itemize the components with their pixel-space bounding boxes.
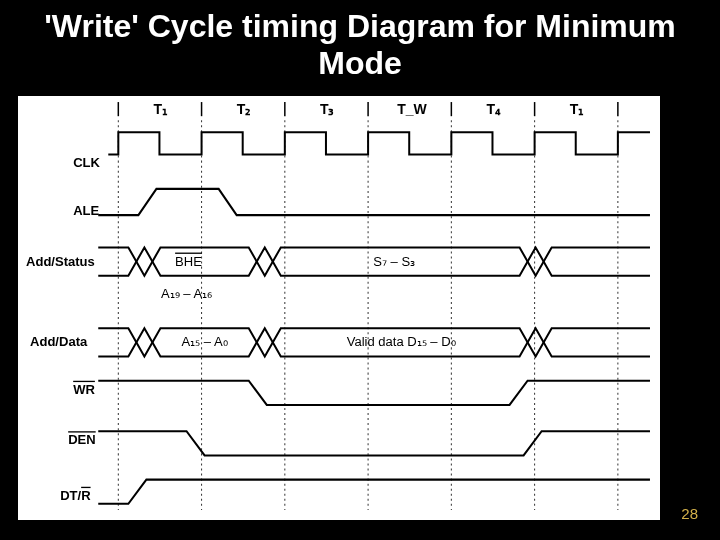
- svg-text:T₁: T₁: [153, 101, 168, 117]
- signal-add-status: Add/Status BHE S₇ – S₃ A₁₉ – A₁₆: [26, 247, 650, 300]
- signal-clk: CLK: [73, 132, 650, 169]
- signal-dtr: DT/R: [60, 480, 650, 504]
- time-axis: T₁ T₂ T₃ T_W T₄ T₁: [118, 101, 618, 510]
- svg-text:DT/R: DT/R: [60, 488, 91, 503]
- svg-text:T₂: T₂: [237, 101, 252, 117]
- svg-text:WR: WR: [73, 382, 95, 397]
- signal-den: DEN: [68, 431, 650, 455]
- svg-text:S₇ – S₃: S₇ – S₃: [373, 254, 415, 269]
- signal-ale: ALE: [73, 189, 650, 218]
- svg-text:T₁: T₁: [570, 101, 585, 117]
- svg-text:T₄: T₄: [486, 101, 501, 117]
- svg-text:A₁₅ – A₀: A₁₅ – A₀: [182, 334, 228, 349]
- timing-diagram: T₁ T₂ T₃ T_W T₄ T₁ CLK: [18, 96, 660, 520]
- signal-add-data: Add/Data A₁₅ – A₀ Valid data D₁₅ – D₀: [30, 328, 650, 356]
- svg-text:A₁₉ – A₁₆: A₁₉ – A₁₆: [161, 286, 212, 301]
- svg-text:Add/Data: Add/Data: [30, 334, 88, 349]
- signal-wr: WR: [73, 381, 650, 405]
- svg-text:ALE: ALE: [73, 203, 99, 218]
- svg-text:CLK: CLK: [73, 155, 100, 170]
- svg-text:DEN: DEN: [68, 432, 96, 447]
- svg-text:BHE: BHE: [175, 254, 202, 269]
- svg-text:T₃: T₃: [320, 101, 335, 117]
- page-number: 28: [681, 505, 698, 522]
- svg-text:T_W: T_W: [397, 101, 427, 117]
- svg-text:Valid data D₁₅ – D₀: Valid data D₁₅ – D₀: [347, 334, 456, 349]
- svg-text:Add/Status: Add/Status: [26, 254, 95, 269]
- slide-title: 'Write' Cycle timing Diagram for Minimum…: [0, 0, 720, 88]
